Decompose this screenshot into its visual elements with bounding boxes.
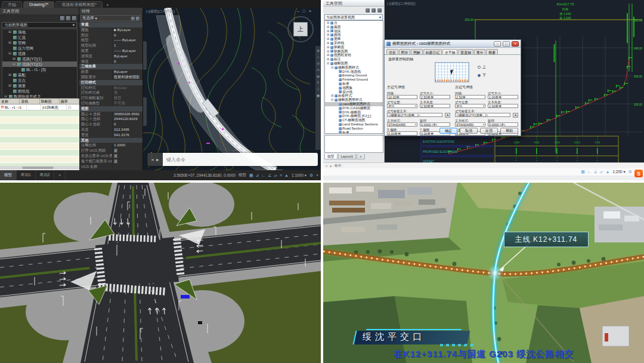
quick-select-icon[interactable] xyxy=(131,17,135,20)
orbit-icon[interactable]: ◎ xyxy=(317,61,320,65)
command-input[interactable]: 命令: xyxy=(335,163,343,168)
property-row[interactable]: 图层 0 xyxy=(79,33,143,38)
tree-item[interactable]: 标准 xyxy=(325,82,383,86)
expand-icon[interactable]: ⊞ xyxy=(326,37,330,41)
rotation-input[interactable]: 0.0000 (度) xyxy=(420,122,450,127)
tree-item[interactable]: DYK-地面线 xyxy=(325,70,383,74)
status-icon[interactable]: ∟ xyxy=(587,170,592,174)
annotation-scale-dropdown[interactable]: 1:1000 ▾ xyxy=(292,173,306,178)
dialog-button[interactable]: 应用 xyxy=(480,128,498,134)
property-row[interactable]: 视图 xyxy=(79,106,143,112)
property-value[interactable]: 1:1000 xyxy=(112,143,143,148)
tree-item[interactable]: BL - r1 - (5) xyxy=(2,67,77,72)
tree-item[interactable]: cass横断面图样式 xyxy=(325,102,383,106)
tree-item[interactable]: ⊞ 管网 xyxy=(2,40,77,45)
property-row[interactable]: 打印样式 xyxy=(79,80,143,85)
property-row[interactable]: 圆心 Z 坐标 0 xyxy=(79,122,143,127)
property-row[interactable]: 宽度 541.3176 xyxy=(79,133,143,138)
property-value[interactable]: 2944120.6029 xyxy=(112,116,143,122)
property-row[interactable]: 常规 xyxy=(79,22,143,27)
column-header[interactable]: 纵断面 xyxy=(40,99,60,104)
property-row[interactable]: 厚度 0 xyxy=(79,59,143,64)
viewcube[interactable]: 上 xyxy=(287,16,314,42)
close-icon[interactable]: × xyxy=(151,157,154,162)
tree-item[interactable]: ⊟ 横断面图 xyxy=(325,61,383,66)
expand-icon[interactable]: ⊟ xyxy=(326,61,330,66)
expand-icon[interactable]: ⊞ xyxy=(326,45,330,50)
maximize-button[interactable]: □ xyxy=(503,41,510,47)
text-editor-button[interactable]: A xyxy=(513,113,518,118)
property-value[interactable]: 模型 xyxy=(112,96,143,101)
viewport-controls-label[interactable]: [-][俯视][二维线框] xyxy=(146,9,175,14)
tree-item[interactable]: ⊞ 点 xyxy=(325,21,383,25)
expand-icon[interactable]: ⊟ xyxy=(12,61,16,67)
tree-item[interactable]: ⊞ 地块 xyxy=(325,29,383,33)
tree-item[interactable]: ⊞ 采样线 xyxy=(325,41,383,45)
layout-tab[interactable]: 模型 xyxy=(0,170,17,180)
radio-option-bottom[interactable]: 下 xyxy=(478,73,486,78)
property-value[interactable]: 是 xyxy=(112,159,143,164)
zoom-icon[interactable]: ▭ xyxy=(317,67,320,72)
tree-item[interactable]: Road Section xyxy=(325,127,383,131)
tree-item[interactable]: ⊟ 横断面图带样式 xyxy=(325,98,383,102)
property-row[interactable]: 材质 ByLayer xyxy=(79,69,143,75)
settings-tree[interactable]: ⊞ 点 ⊞ 曲面 ⊞ 地块 ⊞ 路线 ⊞ xyxy=(324,20,383,134)
expand-icon[interactable]: ⊞ xyxy=(326,25,330,29)
tree-item[interactable]: DYK-CASS横断面 xyxy=(325,106,383,110)
property-row[interactable]: 打印表类型 不可用 xyxy=(79,101,143,106)
customize-icon[interactable]: ▸ xyxy=(330,164,332,168)
text-style-select[interactable]: STANDARD xyxy=(387,122,417,127)
layout-tab[interactable]: + xyxy=(54,170,66,180)
property-value[interactable]: 0 xyxy=(112,33,143,38)
showmotion-icon[interactable]: ≡ xyxy=(317,81,320,84)
gear-icon[interactable]: ⚙ xyxy=(628,170,632,174)
interval-input[interactable]: 10.00米 xyxy=(387,95,417,99)
property-row[interactable]: 圆心 X 坐标 35650326.9562 xyxy=(79,112,143,117)
expand-icon[interactable]: ⊞ xyxy=(8,40,12,45)
toolspace-icon[interactable] xyxy=(366,8,370,13)
expand-icon[interactable]: ⊟ xyxy=(4,94,8,99)
tree-item[interactable]: Finished Ground xyxy=(325,78,383,82)
autohide-palette-tab[interactable] xyxy=(143,97,147,126)
expand-icon[interactable]: ⊞ xyxy=(326,33,330,37)
property-row[interactable]: 打印表附着到 模型 xyxy=(79,96,143,101)
expand-icon[interactable]: ⊟ xyxy=(330,98,334,102)
ime-logo[interactable]: S xyxy=(634,170,643,177)
dialog-button[interactable]: 确定 xyxy=(439,128,457,134)
pan-icon[interactable]: ⊕ xyxy=(317,48,320,53)
drawing-tab[interactable]: Drawing7* xyxy=(23,1,54,8)
selection-dropdown[interactable]: 无选择▾ xyxy=(80,15,141,21)
expand-icon[interactable]: ⊟ xyxy=(8,51,12,56)
tick-label-text-input[interactable]: <[横断面记号(圆整...]> xyxy=(455,113,510,117)
property-value[interactable]: —— ByLayer xyxy=(112,48,143,54)
property-value[interactable]: ByLayer xyxy=(112,69,143,75)
status-icon[interactable]: ∠ xyxy=(268,173,271,178)
layout-tab[interactable]: 布局2 xyxy=(36,170,55,180)
toggle-pickadd-icon[interactable] xyxy=(136,17,140,20)
layer-icon[interactable]: ◇ xyxy=(317,87,320,91)
expand-icon[interactable]: ⊞ xyxy=(326,57,330,61)
expand-icon[interactable]: ⊞ xyxy=(326,41,330,45)
dialog-tab[interactable]: 图解 xyxy=(411,49,423,54)
property-row[interactable]: 线型 —— ByLayer xyxy=(79,38,143,43)
status-icon[interactable]: ▲ xyxy=(284,173,289,178)
selected-blue-marker[interactable] xyxy=(181,295,190,299)
radio-icon[interactable] xyxy=(478,66,481,69)
column-header[interactable]: 频率 xyxy=(60,99,79,104)
table-row[interactable]: BL - r1 - r1 [r1]纵断面 ☐ xyxy=(0,104,79,110)
expand-icon[interactable]: ⊞ xyxy=(326,21,330,25)
x-offset-input[interactable]: 0.00毫米 xyxy=(387,131,417,136)
status-icon[interactable]: ∠ xyxy=(594,170,597,174)
dialog-tab[interactable]: 信息 xyxy=(386,49,398,54)
minimize-button[interactable]: – xyxy=(494,41,501,47)
tool-palette-icon[interactable]: ▣ xyxy=(317,93,320,97)
frequency-checkbox[interactable]: ☐ xyxy=(67,104,79,110)
viewcube-top-face[interactable]: 上 xyxy=(293,22,308,36)
text-height-input[interactable]: 1.00毫米 xyxy=(488,104,518,108)
property-row[interactable]: 打印样式 ByColor xyxy=(79,85,143,91)
tree-item[interactable]: 地图集 xyxy=(325,86,383,90)
radio-icon[interactable] xyxy=(478,74,481,77)
property-row[interactable]: 三维效果 xyxy=(79,64,143,69)
tick-justification-select[interactable]: 居中 xyxy=(455,104,485,108)
annotation-scale-dropdown[interactable]: 1:200 ▾ xyxy=(612,170,625,174)
